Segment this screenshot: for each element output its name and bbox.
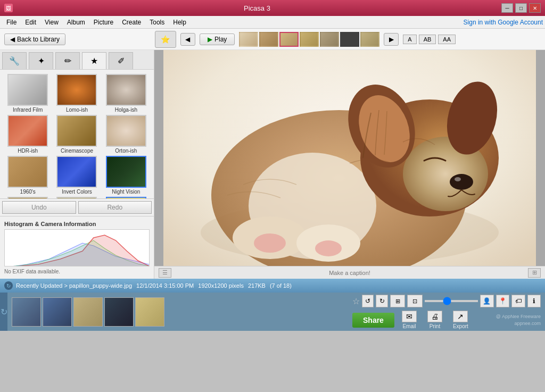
rotate-cw-button[interactable]: ↻ [376,295,387,307]
menu-help[interactable]: Help [169,18,191,27]
histogram-title: Histogram & Camera Information [4,221,150,227]
next-button[interactable]: ▶ [384,33,399,46]
app-title: Picasa 3 [13,4,501,12]
effect-orton[interactable]: Orton-ish [103,115,150,154]
status-date: 12/1/2014 3:15:00 PM [136,282,194,289]
bottom-thumb-1[interactable] [12,297,41,327]
filmstrip-item-4[interactable] [300,32,319,47]
effect-hdr[interactable]: HDR-ish [4,115,51,154]
menu-view[interactable]: View [40,18,63,27]
bottom-thumb-4[interactable] [104,297,134,327]
tag-button[interactable]: 🏷 [511,295,525,307]
effect-1960s[interactable]: 1960's [4,156,51,195]
restore-button[interactable]: □ [515,3,527,13]
text-size-aa-button[interactable]: AA [438,35,456,44]
effect-thumb-duotone [106,197,146,198]
bottom-actions: ☆ ↺ ↻ ⊞ ⊡ 👤 📍 🏷 ℹ Share ✉ Email 🖨 Print … [348,293,545,331]
email-button[interactable]: ✉ Email [399,310,420,330]
text-size-a-button[interactable]: A [403,35,416,44]
effect-nightvision[interactable]: Night Vision [103,156,150,195]
menu-file[interactable]: File [2,18,21,27]
effect-label-invert: Invert Colors [62,189,92,195]
action-tools: ☆ ↺ ↻ ⊞ ⊡ 👤 📍 🏷 ℹ [352,295,541,307]
toolbar-center: ⭐ ◀ ▶ Play ▶ A AB AA [70,31,541,48]
effect-thumb-holga [106,74,146,106]
menu-picture[interactable]: Picture [89,18,118,27]
tab-tuning[interactable]: ✦ [29,52,53,69]
menu-create[interactable]: Create [118,18,145,27]
svg-point-12 [450,174,473,190]
info-button[interactable]: ℹ [527,295,541,307]
redo-button[interactable]: Redo [78,201,152,214]
left-panel: 🔧 ✦ ✏ ★ ✐ Infrared Film Lomo-ish [0,50,154,279]
close-button[interactable]: ✕ [529,3,541,13]
play-button[interactable]: ▶ Play [200,34,235,45]
prev-button[interactable]: ◀ [180,33,195,46]
share-button[interactable]: Share [352,313,394,328]
effect-lomo[interactable]: Lomo-ish [53,74,100,113]
bottom-thumb-3[interactable] [73,297,103,327]
effect-thumb-lomo [56,74,97,106]
filmstrip-item-3[interactable] [279,32,299,47]
caption-input[interactable] [171,270,528,276]
print-button[interactable]: 🖨 Print [424,310,445,330]
people-button[interactable]: 👤 [480,295,494,307]
undo-redo-bar: Undo Redo [0,198,154,216]
effect-posterize[interactable]: Posterize [53,197,100,198]
crop-button[interactable]: ⊡ [407,295,423,307]
geo-button[interactable]: 📍 [496,295,510,307]
main-image [163,50,536,266]
filmstrip-item-2[interactable] [259,32,278,47]
menu-album[interactable]: Album [63,18,89,27]
text-size-controls: A AB AA [403,35,456,44]
tab-effects[interactable]: ★ [82,52,106,69]
effect-cinemascope[interactable]: Cinemascope [53,115,100,154]
refresh-icon: ↻ [1,307,7,317]
bottom-thumb-5[interactable] [135,297,164,327]
effect-label-cinemascope: Cinemascope [61,148,93,154]
effects-icon-btn[interactable]: ⭐ [155,31,176,48]
effect-label-lomo: Lomo-ish [66,107,88,113]
filmstrip-item-5[interactable] [320,32,339,47]
toolbar: ◀ Back to Library ⭐ ◀ ▶ Play ▶ A AB AA [0,29,545,50]
histogram-panel: Histogram & Camera Information No EXIF d… [0,216,154,279]
effect-duotone[interactable]: Duo-Tone [103,197,150,198]
caption-menu-btn[interactable]: ☰ [159,268,171,278]
filmstrip-item-6[interactable] [340,32,359,47]
effect-infrared-film[interactable]: Infrared Film [4,74,51,113]
effect-thumb-infrared [7,74,48,106]
filmstrip-item-1[interactable] [239,32,258,47]
tab-pencil[interactable]: ✏ [55,52,80,69]
minimize-button[interactable]: ─ [501,3,513,13]
appnee-watermark: @ AppNee Freewareappnee.com [496,313,541,327]
back-to-library-button[interactable]: ◀ Back to Library [4,34,65,45]
menu-tools[interactable]: Tools [145,18,169,27]
histogram-canvas [4,229,150,266]
star-button[interactable]: ☆ [352,296,360,306]
play-label: Play [214,36,227,43]
caption-edit-btn[interactable]: ⊞ [528,268,541,278]
menu-edit[interactable]: Edit [21,18,40,27]
rotate-ccw-button[interactable]: ↺ [362,295,374,307]
bottom-panel: ↻ ☆ ↺ ↻ ⊞ ⊡ 👤 📍 🏷 ℹ Share ✉ Email [0,293,545,331]
zoom-slider[interactable] [425,300,478,302]
bottom-thumb-2[interactable] [43,297,72,327]
status-position: (7 of 18) [270,282,292,289]
tab-retouch[interactable]: ✐ [109,52,133,69]
sign-in-link[interactable]: Sign in with Google Account [464,19,543,26]
collage-button[interactable]: ⊞ [390,295,406,307]
text-size-ab-button[interactable]: AB [419,35,436,44]
filmstrip-item-7[interactable] [360,32,379,47]
effects-icon: ⭐ [161,35,170,44]
effect-invert[interactable]: Invert Colors [53,156,100,195]
effect-crossprocess[interactable]: Cross Process [4,197,51,198]
titlebar: 🖼 Picasa 3 ─ □ ✕ [0,0,545,16]
tab-basic[interactable]: 🔧 [2,52,27,69]
export-button[interactable]: ↗ Export [450,310,472,330]
svg-point-13 [455,177,461,181]
filmstrip [239,32,379,47]
undo-button[interactable]: Undo [2,201,76,214]
effect-label-1960s: 1960's [20,189,36,195]
window-controls: ─ □ ✕ [501,3,541,13]
effect-holga[interactable]: Holga-ish [103,74,150,113]
